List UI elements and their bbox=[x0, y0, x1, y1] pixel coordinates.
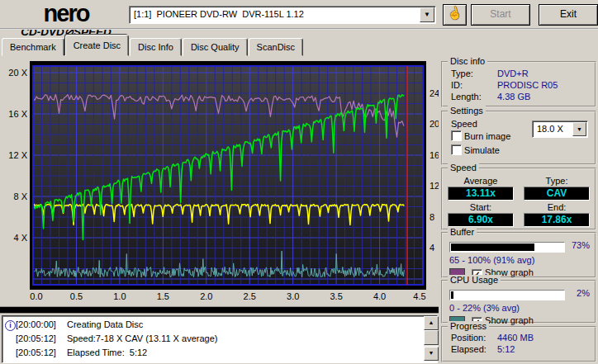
log-entry: i [20:00:00] Creating Data Disc bbox=[5, 318, 422, 332]
settings-title: Settings bbox=[448, 106, 486, 116]
tab-bar: Benchmark Create Disc Disc Info Disc Qua… bbox=[2, 36, 304, 56]
progress-position-value: 4460 MB bbox=[497, 333, 534, 343]
cpu-usage-group: CPU Usage 2% 0 - 22% (3% avg) ✓ Show gra… bbox=[441, 280, 596, 324]
cpu-usage-title: CPU Usage bbox=[448, 275, 501, 285]
speed-select[interactable]: 18.0 X ▼ bbox=[532, 121, 588, 138]
tab-benchmark[interactable]: Benchmark bbox=[2, 38, 64, 56]
speed-start: Start: 6.90x bbox=[443, 202, 519, 227]
progress-elapsed-value: 5:12 bbox=[497, 344, 515, 354]
speed-select-value: 18.0 X bbox=[537, 124, 563, 134]
svg-text:16 X: 16 X bbox=[8, 109, 27, 119]
nero-logo-text: nero bbox=[5, 2, 127, 26]
tab-disc-info[interactable]: Disc Info bbox=[130, 38, 182, 56]
log-entry: [20:05:12] Speed:7-18 X CAV (13.11 X ave… bbox=[5, 332, 422, 346]
buffer-group: Buffer 73% 65 - 100% (91% avg) ✓ Show gr… bbox=[441, 232, 596, 278]
info-icon: i bbox=[5, 320, 16, 331]
simulate-checkbox[interactable] bbox=[451, 144, 462, 155]
speed-end: End: 17.86x bbox=[519, 202, 595, 227]
hand-icon: ☝ bbox=[445, 3, 464, 23]
speed-type-value: CAV bbox=[524, 187, 590, 201]
svg-text:1.0: 1.0 bbox=[113, 291, 126, 301]
nero-logo: nero CD-DVD⊘SPEED bbox=[5, 2, 127, 38]
buffer-title: Buffer bbox=[448, 227, 477, 237]
cpu-percent: 2% bbox=[577, 288, 590, 298]
scroll-up-icon[interactable]: ▲ bbox=[424, 316, 439, 330]
disc-id-row: ID: PRODISC R05 bbox=[443, 79, 595, 91]
tab-scandisc[interactable]: ScanDisc bbox=[249, 38, 303, 56]
start-button[interactable]: Start bbox=[471, 4, 530, 26]
scrollbar-thumb[interactable] bbox=[424, 330, 439, 345]
svg-text:24: 24 bbox=[430, 88, 439, 98]
buffer-bar bbox=[449, 242, 565, 253]
drive-select[interactable]: [1:1] PIONEER DVD-RW DVR-115L 1.12 ▼ bbox=[129, 6, 436, 24]
panel-separator bbox=[0, 306, 439, 314]
svg-text:20: 20 bbox=[430, 119, 439, 129]
svg-text:1.5: 1.5 bbox=[157, 291, 169, 301]
burn-speed-chart: 20 X16 X12 X8 X4 X24201612840.00.51.01.5… bbox=[0, 56, 439, 314]
svg-text:20 X: 20 X bbox=[8, 68, 27, 78]
tab-disc-quality[interactable]: Disc Quality bbox=[183, 38, 248, 56]
speed-start-value: 6.90x bbox=[448, 213, 514, 227]
progress-elapsed-row: Elapsed: 5:12 bbox=[443, 343, 595, 355]
svg-text:3.5: 3.5 bbox=[330, 291, 342, 301]
speed-group: Speed Average 13.11x Type: CAV Start: 6.… bbox=[441, 168, 596, 230]
svg-text:16: 16 bbox=[430, 150, 439, 160]
progress-group: Progress Position: 4460 MB Elapsed: 5:12 bbox=[441, 326, 596, 362]
disc-type-row: Type: DVD+R bbox=[443, 68, 595, 79]
svg-text:8: 8 bbox=[430, 212, 434, 222]
log-scrollbar[interactable]: ▲ ▼ bbox=[424, 316, 437, 361]
cpu-range: 0 - 22% (3% avg) bbox=[443, 302, 595, 314]
disc-info-group: Disc info Type: DVD+R ID: PRODISC R05 Le… bbox=[441, 61, 596, 107]
buffer-percent: 73% bbox=[572, 240, 590, 250]
progress-position-row: Position: 4460 MB bbox=[443, 332, 595, 343]
scroll-down-icon[interactable]: ▼ bbox=[424, 347, 439, 361]
svg-text:2.0: 2.0 bbox=[200, 291, 212, 301]
speed-end-value: 17.86x bbox=[524, 213, 590, 227]
svg-text:12: 12 bbox=[430, 181, 439, 191]
burn-image-checkbox[interactable] bbox=[451, 130, 462, 141]
svg-text:3.0: 3.0 bbox=[287, 291, 299, 301]
tab-create-disc[interactable]: Create Disc bbox=[65, 35, 129, 56]
drive-select-value: [1:1] PIONEER DVD-RW DVR-115L 1.12 bbox=[134, 9, 304, 19]
eject-button[interactable]: ☝ bbox=[443, 4, 467, 26]
disc-type-value: DVD+R bbox=[497, 69, 529, 78]
nero-cd-dvd-speed-window: nero CD-DVD⊘SPEED [1:1] PIONEER DVD-RW D… bbox=[0, 0, 598, 364]
svg-text:4: 4 bbox=[430, 243, 434, 253]
header-separator bbox=[0, 28, 598, 30]
log-box: i [20:00:00] Creating Data Disc [20:05:1… bbox=[2, 315, 438, 363]
disc-id-value: PRODISC R05 bbox=[497, 80, 558, 90]
log-entry: [20:05:12] Elapsed Time: 5:12 bbox=[5, 346, 422, 360]
svg-text:8 X: 8 X bbox=[13, 191, 27, 201]
chevron-down-icon[interactable]: ▼ bbox=[420, 7, 434, 22]
speed-average: Average 13.11x bbox=[443, 176, 519, 201]
svg-text:0.5: 0.5 bbox=[70, 291, 83, 301]
progress-title: Progress bbox=[448, 321, 489, 331]
svg-text:4 X: 4 X bbox=[13, 233, 27, 243]
svg-text:2.5: 2.5 bbox=[244, 291, 256, 301]
speed-type: Type: CAV bbox=[519, 176, 595, 201]
disc-info-title: Disc info bbox=[448, 56, 487, 66]
exit-button[interactable]: Exit bbox=[539, 4, 598, 26]
chevron-down-icon[interactable]: ▼ bbox=[572, 122, 586, 136]
speed-average-value: 13.11x bbox=[448, 187, 514, 201]
svg-text:12 X: 12 X bbox=[8, 150, 27, 160]
svg-text:0.0: 0.0 bbox=[30, 291, 42, 301]
buffer-range: 65 - 100% (91% avg) bbox=[443, 254, 595, 266]
svg-text:4.5: 4.5 bbox=[413, 291, 425, 301]
svg-text:4.0: 4.0 bbox=[373, 291, 386, 301]
speed-group-title: Speed bbox=[448, 163, 479, 173]
disc-length-value: 4.38 GB bbox=[497, 92, 530, 102]
disc-length-row: Length: 4.38 GB bbox=[443, 91, 595, 102]
simulate-option[interactable]: Simulate bbox=[443, 143, 595, 157]
cpu-bar bbox=[449, 290, 565, 300]
settings-group: Settings Speed 18.0 X ▼ Burn image Simul… bbox=[441, 111, 596, 165]
